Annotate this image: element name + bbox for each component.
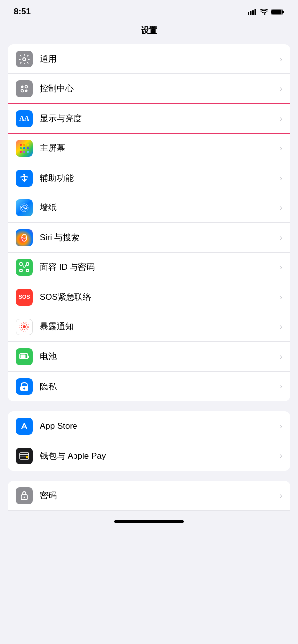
settings-item-app-store[interactable]: App Store › — [8, 411, 290, 441]
exposure-icon — [16, 319, 33, 335]
display-chevron: › — [280, 114, 282, 123]
face-id-chevron: › — [280, 263, 282, 272]
svg-rect-17 — [27, 147, 29, 149]
app-store-label: App Store — [40, 421, 276, 431]
home-screen-chevron: › — [280, 144, 282, 153]
settings-item-siri[interactable]: Siri 与搜索 › — [8, 223, 290, 253]
svg-rect-3 — [255, 9, 256, 15]
accessibility-chevron: › — [280, 174, 282, 183]
svg-rect-0 — [248, 12, 249, 15]
svg-rect-12 — [20, 144, 22, 146]
svg-point-29 — [23, 265, 24, 266]
svg-rect-26 — [26, 263, 29, 265]
home-indicator — [114, 520, 184, 523]
svg-point-10 — [21, 89, 24, 92]
svg-rect-6 — [272, 9, 282, 14]
settings-item-control-center[interactable]: 控制中心 › — [8, 74, 290, 104]
siri-chevron: › — [280, 233, 282, 242]
svg-rect-35 — [28, 355, 29, 358]
svg-point-31 — [23, 325, 26, 328]
battery-label: 电池 — [40, 351, 276, 362]
privacy-label: 隐私 — [40, 381, 276, 392]
page-title: 设置 — [0, 21, 298, 44]
wallpaper-icon — [16, 199, 33, 216]
settings-item-privacy[interactable]: 隐私 › — [8, 372, 290, 401]
general-label: 通用 — [40, 53, 276, 64]
passwords-label: 密码 — [40, 490, 276, 501]
svg-point-11 — [25, 89, 28, 92]
settings-item-wallet[interactable]: 钱包与 Apple Pay › — [8, 441, 290, 471]
svg-rect-25 — [20, 263, 22, 265]
svg-rect-42 — [26, 456, 28, 458]
control-center-icon — [16, 80, 33, 97]
wifi-icon — [260, 9, 268, 15]
svg-point-30 — [25, 265, 26, 266]
control-center-label: 控制中心 — [40, 83, 276, 94]
privacy-chevron: › — [280, 382, 282, 391]
battery-settings-icon — [16, 348, 33, 365]
svg-rect-14 — [27, 144, 29, 146]
svg-point-9 — [25, 85, 28, 88]
wallpaper-label: 墙纸 — [40, 202, 276, 213]
general-icon — [16, 51, 33, 67]
svg-rect-16 — [23, 147, 25, 149]
wallet-chevron: › — [280, 451, 282, 460]
status-time: 8:51 — [14, 7, 31, 17]
svg-point-7 — [23, 58, 26, 61]
settings-item-sos[interactable]: SOS SOS紧急联络 › — [8, 282, 290, 312]
display-label: 显示与亮度 — [40, 113, 276, 124]
siri-label: Siri 与搜索 — [40, 232, 276, 243]
section-3: 密码 › — [8, 481, 290, 511]
general-chevron: › — [280, 55, 282, 64]
passwords-icon — [16, 487, 33, 504]
control-center-chevron: › — [280, 84, 282, 93]
exposure-label: 暴露通知 — [40, 321, 276, 332]
battery-chevron: › — [280, 352, 282, 361]
svg-rect-15 — [20, 147, 22, 149]
section-1: 通用 › 控制中心 › AA 显示与亮度 › — [8, 44, 290, 401]
settings-item-home-screen[interactable]: 主屏幕 › — [8, 133, 290, 163]
home-screen-label: 主屏幕 — [40, 142, 276, 154]
accessibility-icon — [16, 170, 33, 187]
svg-point-21 — [23, 174, 25, 176]
wallet-label: 钱包与 Apple Pay — [40, 451, 276, 462]
settings-item-general[interactable]: 通用 › — [8, 44, 290, 74]
wallet-icon — [16, 448, 33, 464]
settings-item-battery[interactable]: 电池 › — [8, 342, 290, 372]
passwords-chevron: › — [280, 491, 282, 500]
signal-icon — [248, 9, 257, 15]
svg-rect-2 — [252, 10, 254, 15]
status-icons — [248, 9, 284, 15]
settings-item-exposure[interactable]: 暴露通知 › — [8, 312, 290, 342]
sos-icon: SOS — [16, 289, 33, 306]
settings-item-passwords[interactable]: 密码 › — [8, 481, 290, 511]
svg-point-38 — [23, 388, 25, 390]
exposure-chevron: › — [280, 322, 282, 331]
sos-label: SOS紧急联络 — [40, 291, 276, 303]
settings-item-display[interactable]: AA 显示与亮度 › — [8, 104, 290, 133]
svg-point-8 — [21, 85, 24, 88]
svg-rect-27 — [20, 269, 22, 272]
svg-rect-36 — [21, 354, 26, 358]
svg-point-44 — [24, 496, 25, 498]
section-2: App Store › 钱包与 Apple Pay › — [8, 411, 290, 471]
settings-item-accessibility[interactable]: 辅助功能 › — [8, 163, 290, 193]
accessibility-label: 辅助功能 — [40, 172, 276, 184]
svg-rect-13 — [23, 144, 25, 146]
svg-rect-19 — [23, 151, 25, 153]
app-store-chevron: › — [280, 422, 282, 431]
svg-rect-18 — [20, 151, 22, 153]
svg-rect-5 — [283, 11, 284, 13]
battery-icon — [271, 9, 284, 15]
app-store-icon — [16, 418, 33, 435]
face-id-icon — [16, 259, 33, 276]
home-indicator-area — [0, 520, 298, 523]
face-id-label: 面容 ID 与密码 — [40, 261, 276, 273]
sos-chevron: › — [280, 293, 282, 302]
svg-rect-39 — [20, 453, 29, 459]
settings-item-face-id[interactable]: 面容 ID 与密码 › — [8, 253, 290, 282]
siri-icon — [16, 229, 33, 246]
wallpaper-chevron: › — [280, 203, 282, 212]
display-icon: AA — [16, 110, 33, 127]
settings-item-wallpaper[interactable]: 墙纸 › — [8, 193, 290, 223]
